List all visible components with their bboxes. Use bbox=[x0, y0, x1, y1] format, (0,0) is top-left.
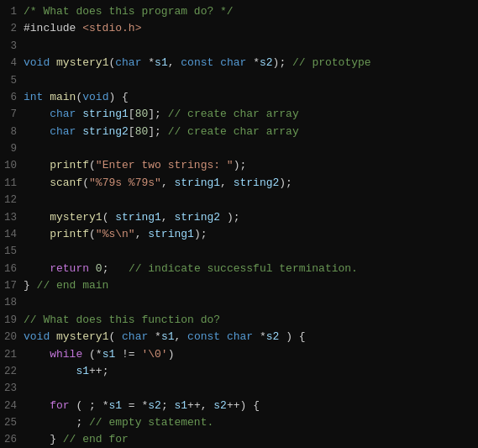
code-token: s1 bbox=[155, 56, 168, 69]
code-token: string1 bbox=[148, 228, 194, 240]
code-line: 9 bbox=[0, 140, 478, 157]
code-token: } bbox=[24, 433, 63, 445]
line-number: 14 bbox=[0, 227, 24, 243]
line-content: while (*s1 != '\0') bbox=[24, 346, 175, 363]
line-number: 25 bbox=[0, 415, 24, 431]
code-line: 16 return 0; // indicate successful term… bbox=[0, 261, 478, 277]
code-token bbox=[24, 211, 50, 224]
line-number: 13 bbox=[0, 210, 24, 226]
code-line: 14 printf("%s\n", string1); bbox=[0, 226, 478, 243]
code-token: != bbox=[115, 348, 141, 361]
code-line: 23 bbox=[0, 380, 478, 397]
line-content bbox=[24, 192, 30, 208]
code-token bbox=[24, 348, 50, 361]
code-token: // empty statement. bbox=[82, 416, 213, 429]
code-line: 7 char string1[80]; // create char array bbox=[0, 106, 478, 123]
code-token: char bbox=[115, 56, 141, 69]
code-token: ) bbox=[168, 348, 175, 361]
code-token: char bbox=[50, 125, 76, 138]
code-token: ( bbox=[102, 211, 116, 224]
code-token: // end main bbox=[37, 279, 109, 292]
code-token: <stdio.h> bbox=[82, 22, 141, 34]
code-token: mystery1 bbox=[50, 211, 102, 224]
code-token bbox=[213, 56, 220, 69]
line-number: 12 bbox=[0, 192, 24, 208]
line-number: 26 bbox=[0, 432, 24, 448]
code-token: ); bbox=[234, 159, 247, 171]
code-line: 6int main(void) { bbox=[0, 89, 478, 106]
code-line: 12 bbox=[0, 192, 478, 208]
line-number: 6 bbox=[0, 90, 24, 106]
line-number: 7 bbox=[0, 107, 24, 123]
line-content: void mystery1(char *s1, const char *s2);… bbox=[24, 55, 371, 71]
line-number: 20 bbox=[0, 329, 24, 345]
code-token: return bbox=[50, 262, 89, 275]
code-token bbox=[24, 108, 50, 120]
code-token: ]; bbox=[148, 125, 167, 138]
line-content: char string1[80]; // create char array bbox=[24, 106, 299, 123]
code-line: 13 mystery1( string1, string2 ); bbox=[0, 209, 478, 226]
code-line: 20void mystery1( char *s1, const char *s… bbox=[0, 329, 478, 345]
code-token: // create char array bbox=[168, 125, 299, 138]
code-token: ); bbox=[220, 211, 239, 224]
code-line: 21 while (*s1 != '\0') bbox=[0, 346, 478, 363]
code-token: "%s\n" bbox=[96, 228, 135, 240]
line-content: return 0; // indicate successful termina… bbox=[24, 261, 358, 277]
code-token: int bbox=[24, 91, 43, 103]
code-token: ( bbox=[89, 159, 96, 171]
code-token: , bbox=[161, 211, 175, 224]
code-token: mystery1 bbox=[56, 56, 108, 69]
code-token: ; bbox=[161, 399, 175, 412]
line-number: 2 bbox=[0, 21, 24, 37]
line-number: 23 bbox=[0, 381, 24, 397]
line-number: 16 bbox=[0, 261, 24, 277]
code-token: string2 bbox=[82, 125, 129, 138]
code-token: , bbox=[168, 56, 181, 69]
code-token: while bbox=[50, 348, 82, 361]
code-token: char bbox=[50, 108, 76, 120]
code-token: ) { bbox=[108, 91, 128, 103]
code-token: s2 bbox=[260, 56, 273, 69]
line-content bbox=[24, 38, 30, 55]
code-token: ]; bbox=[148, 108, 167, 120]
code-token bbox=[24, 228, 50, 240]
code-line: 24 for ( ; *s1 = *s2; s1++, s2++) { bbox=[0, 398, 478, 414]
code-token: ++; bbox=[89, 365, 108, 377]
line-content bbox=[24, 140, 30, 157]
code-token: s2 bbox=[213, 399, 227, 412]
code-token: s2 bbox=[266, 330, 280, 343]
line-content: scanf("%79s %79s", string1, string2); bbox=[24, 175, 292, 192]
code-line: 26 } // end for bbox=[0, 431, 478, 448]
code-line: 15 bbox=[0, 243, 478, 260]
code-line: 5 bbox=[0, 72, 478, 89]
line-number: 8 bbox=[0, 124, 24, 140]
code-token bbox=[50, 330, 56, 343]
code-token: string1 bbox=[115, 211, 161, 224]
code-token: "%79s %79s" bbox=[89, 177, 161, 189]
code-token: scanf bbox=[50, 177, 82, 189]
code-token: char bbox=[122, 330, 148, 343]
code-token: const bbox=[187, 330, 220, 343]
code-token: printf bbox=[50, 159, 89, 171]
line-number: 21 bbox=[0, 347, 24, 363]
code-line: 3 bbox=[0, 38, 478, 55]
code-token: 0 bbox=[96, 262, 102, 275]
code-token: (* bbox=[82, 348, 102, 361]
line-number: 10 bbox=[0, 158, 24, 174]
code-token: // end for bbox=[63, 433, 129, 445]
line-content: for ( ; *s1 = *s2; s1++, s2++) { bbox=[24, 398, 260, 414]
line-content bbox=[24, 380, 30, 397]
line-content: printf("Enter two strings: "); bbox=[24, 157, 246, 174]
code-token: [ bbox=[129, 125, 135, 138]
line-number: 15 bbox=[0, 244, 24, 260]
code-token: ); bbox=[273, 56, 292, 69]
code-token bbox=[24, 159, 50, 171]
code-token: s1 bbox=[174, 399, 187, 412]
code-token: /* What does this program do? */ bbox=[24, 5, 234, 18]
code-token: main bbox=[50, 91, 76, 103]
code-token: * bbox=[253, 330, 266, 343]
code-token: printf bbox=[50, 228, 89, 240]
line-number: 24 bbox=[0, 398, 24, 414]
code-token: mystery1 bbox=[56, 330, 108, 343]
code-line: 18 bbox=[0, 294, 478, 311]
